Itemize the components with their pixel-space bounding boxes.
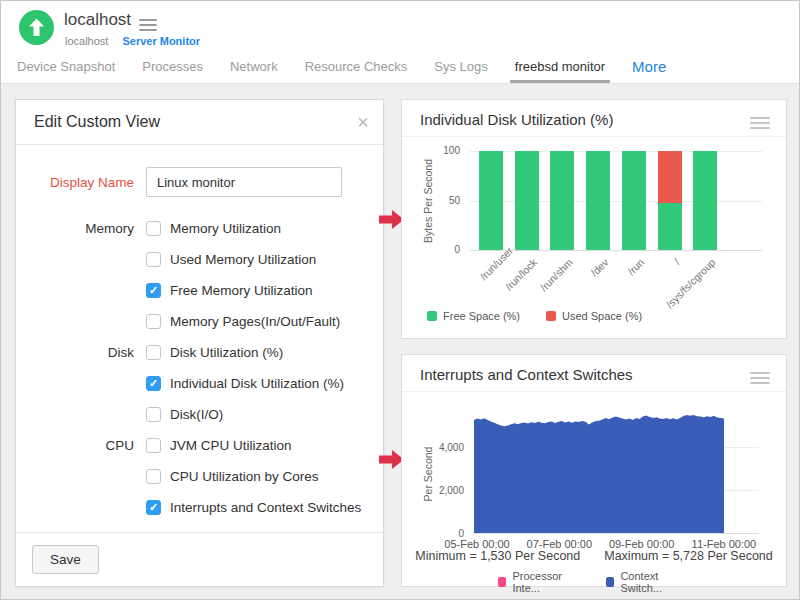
option-row: CPU Utilization by Cores [16,461,383,492]
checkbox-used-memory-utilization[interactable] [146,252,161,267]
header-menu-icon[interactable] [139,16,157,34]
modal-title: Edit Custom View [34,113,160,131]
checkbox-free-memory-utilization[interactable] [146,283,161,298]
chart-menu-icon[interactable] [750,369,770,387]
option-row: Used Memory Utilization [16,244,383,275]
option-row: Free Memory Utilization [16,275,383,306]
option-row: Disk(I/O) [16,399,383,430]
legend-swatch [498,577,506,587]
checkbox-disk-utilization-[interactable] [146,345,161,360]
y-tick-label: 50 [426,195,460,206]
tab-device-snapshot[interactable]: Device Snapshot [17,53,115,83]
close-icon[interactable]: × [357,110,369,134]
legend-swatch [546,311,556,321]
disk-x-tick-labels: /run/user/run/lock/run/shm/dev/run//sys/… [470,254,770,312]
x-tick-label: /run/user [477,256,503,282]
option-label: Disk Utilization (%) [170,345,283,360]
y-tick-label: 100 [426,145,460,156]
tab-more[interactable]: More [632,53,666,83]
server-monitor-link[interactable]: Server Monitor [122,35,200,47]
disk-utilization-card: Individual Disk Utilization (%) Bytes Pe… [401,99,787,339]
option-row: MemoryMemory Utilization [16,213,383,244]
interrupts-stats: Minimum = 1,530 Per Second Maximum = 5,7… [402,549,786,563]
app-window: localhost localhostServer Monitor Device… [0,0,800,600]
interrupts-chart-title: Interrupts and Context Switches [420,366,633,383]
tab-bar: Device SnapshotProcessesNetworkResource … [1,53,799,83]
save-button[interactable]: Save [32,545,99,574]
monitor-header: localhost localhostServer Monitor [1,1,799,53]
option-label: Memory Pages(In/Out/Fault) [170,314,340,329]
legend-item-processor-inte-[interactable]: Processor Inte... [498,570,580,594]
legend-label: Free Space (%) [443,310,520,322]
edit-custom-view-modal: Edit Custom View × Display Name MemoryMe… [15,99,384,587]
group-label-memory: Memory [16,221,146,236]
interrupts-card: Interrupts and Context Switches Per Seco… [401,354,787,587]
option-row: CPUJVM CPU Utilization [16,430,383,461]
disk-chart-title: Individual Disk Utilization (%) [420,111,613,128]
option-row: Memory Pages(In/Out/Fault) [16,306,383,337]
legend-label: Context Switch... [620,570,690,594]
disk-legend: Free Space (%)Used Space (%) [427,310,642,322]
tab-network[interactable]: Network [230,53,278,83]
option-row: Individual Disk Utilization (%) [16,368,383,399]
tab-resource-checks[interactable]: Resource Checks [305,53,408,83]
minimum-stat: Minimum = 1,530 Per Second [415,549,580,563]
interrupts-area-plot [474,408,724,533]
tab-processes[interactable]: Processes [142,53,203,83]
bar--run-lock [515,151,539,250]
bar--run [622,151,646,250]
group-label-disk: Disk [16,345,146,360]
group-label-cpu: CPU [16,438,146,453]
interrupts-card-header: Interrupts and Context Switches [402,355,786,392]
option-label: Interrupts and Context Switches [170,500,361,515]
disk-bar-plot [470,151,770,250]
modal-footer: Save [16,532,383,586]
gridline [470,250,762,251]
legend-item-free-space-[interactable]: Free Space (%) [427,310,520,322]
chart-menu-icon[interactable] [750,114,770,132]
content-area: Edit Custom View × Display Name MemoryMe… [1,83,799,600]
checkbox-memory-utilization[interactable] [146,221,161,236]
modal-header: Edit Custom View × [16,100,383,145]
option-label: Free Memory Utilization [170,283,313,298]
legend-swatch [606,577,614,587]
checkbox-memory-pages-in-out-fault-[interactable] [146,314,161,329]
bar--run-user [479,151,503,250]
display-name-label: Display Name [16,175,146,190]
legend-label: Used Space (%) [562,310,642,322]
legend-swatch [427,311,437,321]
tab-freebsd-monitor[interactable]: freebsd monitor [515,53,605,83]
option-row: Interrupts and Context Switches [16,492,383,523]
option-row: DiskDisk Utilization (%) [16,337,383,368]
option-label: Used Memory Utilization [170,252,316,267]
checkbox-individual-disk-utilization-[interactable] [146,376,161,391]
checkbox-disk-i-o-[interactable] [146,407,161,422]
disk-card-header: Individual Disk Utilization (%) [402,100,786,137]
breadcrumb: localhostServer Monitor [65,35,200,47]
bar--dev [586,151,610,250]
bar--sys-fs-cgroup [693,151,717,250]
option-label: Memory Utilization [170,221,281,236]
checkbox-interrupts-and-context-switches[interactable] [146,500,161,515]
tab-sys-logs[interactable]: Sys Logs [434,53,487,83]
status-up-icon [19,10,54,45]
option-label: JVM CPU Utilization [170,438,292,453]
bar--run-shm [550,151,574,250]
option-label: CPU Utilization by Cores [170,469,319,484]
display-name-row: Display Name [16,167,383,197]
page-title: localhost [64,10,131,30]
y-tick-label: 4,000 [430,442,464,453]
legend-item-used-space-[interactable]: Used Space (%) [546,310,642,322]
option-label: Disk(I/O) [170,407,223,422]
bar-- [658,151,682,250]
checkbox-cpu-utilization-by-cores[interactable] [146,469,161,484]
display-name-input[interactable] [146,167,342,197]
checkbox-jvm-cpu-utilization[interactable] [146,438,161,453]
y-tick-label: 2,000 [430,485,464,496]
breadcrumb-host: localhost [65,35,108,47]
y-tick-label: 0 [426,244,460,255]
legend-item-context-switch-[interactable]: Context Switch... [606,570,690,594]
interrupts-legend: Processor Inte...Context Switch... [498,570,690,594]
maximum-stat: Maximum = 5,728 Per Second [604,549,773,563]
legend-label: Processor Inte... [512,570,580,594]
